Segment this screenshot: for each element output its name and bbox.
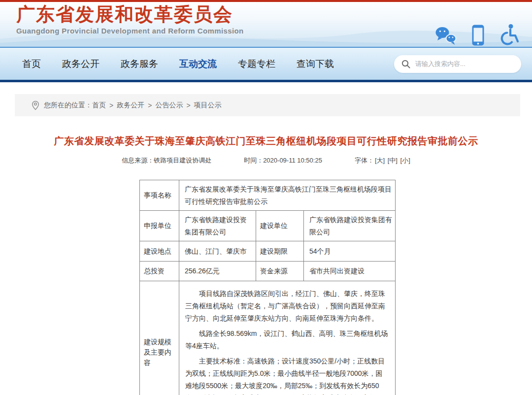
cell-location: 佛山、江门、肇庆市 xyxy=(179,241,256,262)
meta-source-value: 铁路项目建设协调处 xyxy=(154,157,211,164)
site-title: 广东省发展和改革委员会 xyxy=(16,4,244,25)
nav-item-home[interactable]: 首页 xyxy=(22,58,41,70)
article-meta: 信息来源：铁路项目建设协调处 时间：2020-09-11 10:50:25 字体… xyxy=(0,156,532,165)
meta-source: 信息来源：铁路项目建设协调处 xyxy=(122,156,211,165)
nav-item-downloads[interactable]: 查询下载 xyxy=(297,58,334,70)
nav-item-gov-disclosure[interactable]: 政务公开 xyxy=(62,58,100,70)
cell-item-name: 广东省发展改革委关于珠海至肇庆高铁江门至珠三角枢纽机场段项目可行性研究报告审批前… xyxy=(179,180,396,211)
table-row: 建设地点 佛山、江门、肇庆市 建设期限 54个月 xyxy=(140,241,396,262)
accessibility-icon[interactable] xyxy=(499,24,519,46)
font-size-medium-button[interactable]: [中] xyxy=(388,157,398,164)
site-subtitle: Guangdong Provincial Development and Ref… xyxy=(16,27,244,35)
table-row: 申报单位 广东省铁路建设投资集团有限公司 建设单位 广东省铁路建设投资集团有限公… xyxy=(140,211,396,241)
search-input[interactable] xyxy=(415,60,514,67)
cell-scale-content: 项目线路自深茂铁路区间引出，经江门、佛山、肇庆，终至珠三角枢纽机场站（暂定名，与… xyxy=(179,281,396,395)
font-size-small-button[interactable]: [小] xyxy=(400,157,410,164)
row-label-item-name: 事项名称 xyxy=(140,180,179,211)
location-pin-icon xyxy=(32,100,39,110)
main-nav: 首页 政务公开 政务服务 互动交流 专题专栏 查询下载 xyxy=(0,47,532,82)
breadcrumb-prefix: 您所在的位置： xyxy=(44,101,92,110)
row-label-applicant: 申报单位 xyxy=(140,211,179,241)
font-size-large-button[interactable]: [大] xyxy=(375,157,385,164)
search-icon xyxy=(401,59,411,69)
row-label-scale-content: 建设规模及主要内容 xyxy=(140,281,179,395)
meta-time-label: 时间： xyxy=(244,157,263,164)
breadcrumb-item-gov-disclosure[interactable]: 政务公开 xyxy=(117,101,144,110)
row-label-duration: 建设期限 xyxy=(256,241,304,262)
row-label-construction-unit: 建设单位 xyxy=(256,211,304,241)
table-row: 总投资 256.26亿元 资金来源 省市共同出资建设 xyxy=(140,262,396,281)
meta-font-label: 字体： xyxy=(355,157,374,164)
nav-item-special-topics[interactable]: 专题专栏 xyxy=(238,58,275,70)
search-box[interactable] xyxy=(394,55,521,73)
scale-paragraph-route: 项目线路自深茂铁路区间引出，经江门、佛山、肇庆，终至珠三角枢纽机场站（暂定名，与… xyxy=(185,288,389,325)
mobile-version-icon[interactable] xyxy=(471,24,485,46)
nav-item-interaction[interactable]: 互动交流 xyxy=(179,58,217,70)
cell-construction-unit: 广东省铁路建设投资集团有限公司 xyxy=(304,211,396,241)
header-icon-group xyxy=(434,24,519,46)
meta-font-size: 字体：[大] [中] [小] xyxy=(355,156,410,165)
site-logo[interactable]: 广东省发展和改革委员会 Guangdong Provincial Develop… xyxy=(16,4,244,35)
cell-funding-source: 省市共同出资建设 xyxy=(304,262,396,281)
breadcrumb-separator: > xyxy=(186,101,190,109)
scale-paragraph-length-stations: 线路全长98.569km，设江门、鹤山西、高明、珠三角枢纽机场等4座车站。 xyxy=(185,328,389,352)
cell-applicant: 广东省铁路建设投资集团有限公司 xyxy=(179,211,256,241)
table-row: 事项名称 广东省发展改革委关于珠海至肇庆高铁江门至珠三角枢纽机场段项目可行性研究… xyxy=(140,180,396,211)
row-label-total-investment: 总投资 xyxy=(140,262,179,281)
breadcrumb-item-project-notices[interactable]: 项目公示 xyxy=(194,101,222,110)
meta-source-label: 信息来源： xyxy=(122,157,154,164)
site-header: 广东省发展和改革委员会 Guangdong Provincial Develop… xyxy=(0,2,532,47)
meta-time-value: 2020-09-11 10:50:25 xyxy=(263,157,322,164)
breadcrumb-item-announcements[interactable]: 公告公示 xyxy=(155,101,183,110)
article: 广东省发展改革委关于珠海至肇庆高铁江门至珠三角枢纽机场段项目可行性研究报告审批前… xyxy=(0,134,532,395)
project-info-table: 事项名称 广东省发展改革委关于珠海至肇庆高铁江门至珠三角枢纽机场段项目可行性研究… xyxy=(139,180,396,395)
breadcrumb-separator: > xyxy=(109,101,113,109)
cell-duration: 54个月 xyxy=(304,241,396,262)
page: 广东省发展和改革委员会 Guangdong Provincial Develop… xyxy=(0,0,532,395)
scale-paragraph-tech-standards: 主要技术标准：高速铁路；设计速度350公里/小时；正线数目为双线；正线线间距为5… xyxy=(185,355,389,395)
breadcrumb: 您所在的位置： 首页 > 政务公开 > 公告公示 > 项目公示 xyxy=(15,94,520,116)
table-row: 建设规模及主要内容 项目线路自深茂铁路区间引出，经江门、佛山、肇庆，终至珠三角枢… xyxy=(140,281,396,395)
article-title: 广东省发展改革委关于珠海至肇庆高铁江门至珠三角枢纽机场段项目可行性研究报告审批前… xyxy=(0,134,532,148)
breadcrumb-separator: > xyxy=(148,101,152,109)
nav-item-gov-services[interactable]: 政务服务 xyxy=(121,58,158,70)
row-label-location: 建设地点 xyxy=(140,241,179,262)
meta-time: 时间：2020-09-11 10:50:25 xyxy=(244,156,322,165)
wechat-icon[interactable] xyxy=(434,26,458,46)
breadcrumb-item-home[interactable]: 首页 xyxy=(92,101,106,110)
cell-total-investment: 256.26亿元 xyxy=(179,262,256,281)
row-label-funding-source: 资金来源 xyxy=(256,262,304,281)
